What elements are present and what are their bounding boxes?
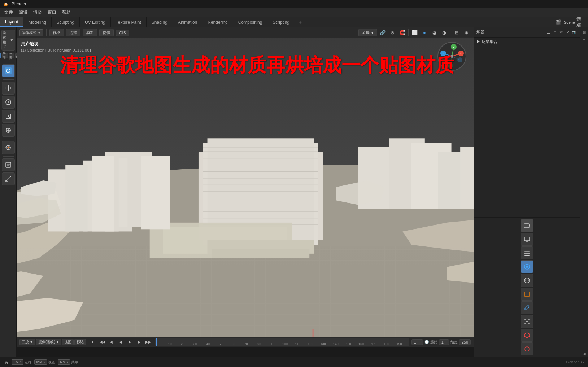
scale-tool-btn[interactable] bbox=[2, 110, 15, 123]
svg-rect-23 bbox=[6, 162, 11, 167]
overlay-icon[interactable]: ⊞ bbox=[452, 29, 461, 37]
constraints-props-btn[interactable] bbox=[521, 342, 533, 355]
select-tool-btn[interactable]: ● bbox=[0, 53, 1, 58]
svg-point-2 bbox=[5, 3, 6, 4]
svg-point-104 bbox=[526, 278, 528, 283]
tab-sculpting[interactable]: Sculpting bbox=[52, 17, 80, 27]
world-props-btn[interactable] bbox=[521, 274, 533, 287]
snap-icon[interactable]: 🧲 bbox=[398, 29, 406, 37]
svg-line-26 bbox=[6, 176, 11, 182]
proportional-icon[interactable]: ⊙ bbox=[388, 29, 397, 37]
modifier-props-btn[interactable] bbox=[521, 301, 533, 314]
svg-text:X: X bbox=[460, 52, 462, 55]
viewport-3d[interactable]: 用户透视 (1) Collection | BuildingMesh-00131… bbox=[17, 27, 474, 347]
step-back-icon[interactable]: ◀ bbox=[107, 338, 116, 346]
render-props-btn[interactable] bbox=[521, 219, 533, 232]
step-forward-icon[interactable]: ▶ bbox=[135, 338, 144, 346]
svg-marker-8 bbox=[8, 90, 9, 91]
all-select-btn[interactable]: 全局 ▼ bbox=[358, 29, 377, 36]
mode-selector[interactable]: 物体模式 ▼ bbox=[1, 30, 15, 51]
view-menu-header-btn[interactable]: 视图 bbox=[49, 29, 64, 36]
annotate-tool-btn[interactable] bbox=[2, 158, 15, 171]
shading-render-icon[interactable]: ◑ bbox=[440, 29, 448, 37]
timeline-ruler[interactable]: 0 10 20 30 40 50 60 70 80 90 100 110 120… bbox=[155, 338, 409, 346]
mode-selector-header[interactable]: 物体模式 ▼ bbox=[19, 29, 43, 36]
tab-compositing[interactable]: Compositing bbox=[233, 17, 268, 27]
cursor-tool-btn[interactable] bbox=[2, 141, 15, 154]
transform-tool-btn[interactable] bbox=[2, 124, 15, 137]
tab-rendering[interactable]: Rendering bbox=[202, 17, 233, 27]
tab-uv-editing[interactable]: UV Editing bbox=[80, 17, 111, 27]
gizmo-icon[interactable]: ⊕ bbox=[462, 29, 471, 37]
scene-props-btn[interactable] bbox=[521, 260, 533, 273]
object-props-btn[interactable] bbox=[521, 288, 533, 301]
select-menu-btn[interactable]: 选择 bbox=[9, 53, 14, 58]
svg-point-103 bbox=[524, 278, 530, 283]
far-icon-1[interactable]: ⊞ bbox=[581, 29, 588, 35]
shading-solid-icon[interactable]: ● bbox=[420, 29, 429, 37]
xray-icon[interactable]: ⬜ bbox=[410, 29, 419, 37]
menu-item-window[interactable]: 窗口 bbox=[45, 9, 59, 16]
output-props-btn[interactable] bbox=[521, 233, 533, 246]
frame-end-btn[interactable]: 250 bbox=[459, 339, 471, 345]
select-menu-header-btn[interactable]: 选择 bbox=[66, 29, 80, 36]
render-cb[interactable]: 📷 bbox=[571, 30, 577, 35]
jump-start-icon[interactable]: |◀◀ bbox=[97, 338, 106, 346]
playback-label-btn[interactable]: 回放 ▼ bbox=[19, 339, 35, 345]
measure-tool-btn[interactable] bbox=[2, 172, 15, 185]
restrict-cols-cb[interactable]: ≡ bbox=[552, 30, 558, 35]
tab-shading[interactable]: Shading bbox=[147, 17, 173, 27]
options-button[interactable]: 选项 bbox=[576, 18, 585, 27]
toolbar-separator-4 bbox=[3, 156, 14, 157]
select-cb[interactable]: ✓ bbox=[565, 30, 571, 35]
menu-item-help[interactable]: 帮助 bbox=[59, 9, 74, 16]
play-dot-icon[interactable]: ● bbox=[88, 338, 97, 346]
menu-item-file[interactable]: 文件 bbox=[1, 9, 16, 16]
timeline-view-label: 视图 bbox=[64, 340, 71, 345]
frame-current-display[interactable]: 1 bbox=[411, 339, 423, 345]
sync-icon[interactable]: 🔗 bbox=[378, 29, 387, 37]
view-layer-props-btn[interactable] bbox=[521, 246, 533, 259]
jump-end-icon[interactable]: ▶▶| bbox=[144, 338, 153, 346]
move-tool-btn[interactable] bbox=[2, 82, 15, 95]
rotate-tool-btn[interactable] bbox=[2, 96, 15, 109]
tab-modeling[interactable]: Modeling bbox=[23, 17, 52, 27]
shading-material-icon[interactable]: ◕ bbox=[430, 29, 439, 37]
frame-start-btn[interactable]: 1 bbox=[439, 339, 449, 345]
separator-3 bbox=[450, 29, 450, 36]
tab-texture-paint[interactable]: Texture Paint bbox=[111, 17, 147, 27]
ruler-mark-170: 170 bbox=[371, 342, 376, 346]
physics-icon bbox=[524, 332, 530, 338]
gis-menu-header-btn[interactable]: GIS bbox=[116, 30, 129, 36]
view-label-btn[interactable]: 视图 bbox=[62, 339, 74, 345]
view-label: 视图 bbox=[3, 51, 8, 60]
svg-rect-94 bbox=[524, 224, 529, 228]
menu-item-edit[interactable]: 编辑 bbox=[16, 9, 30, 16]
svg-rect-100 bbox=[524, 255, 530, 256]
tab-scripting[interactable]: Scripting bbox=[267, 17, 295, 27]
scale-icon bbox=[5, 113, 12, 120]
view-menu-btn[interactable]: 视图 bbox=[2, 53, 8, 58]
add-menu-header-btn[interactable]: 添加 bbox=[83, 29, 97, 36]
particles-props-btn[interactable] bbox=[521, 315, 533, 328]
add-workspace-tab-button[interactable]: + bbox=[295, 17, 305, 27]
play-forward-icon[interactable]: ▶ bbox=[126, 338, 134, 346]
play-back-icon[interactable]: ◀ bbox=[116, 338, 125, 346]
tab-layout[interactable]: Layout bbox=[0, 17, 23, 27]
markers-label-btn[interactable]: 标记 bbox=[74, 339, 86, 345]
far-icon-bottom[interactable]: ◀ bbox=[581, 350, 588, 357]
physics-props-btn[interactable] bbox=[521, 329, 533, 342]
menu-item-render[interactable]: 渲染 bbox=[30, 9, 45, 16]
ruler-mark-10: 10 bbox=[168, 342, 172, 346]
ruler-mark-20: 20 bbox=[181, 342, 184, 346]
filter-all-cb[interactable]: ☰ bbox=[545, 30, 551, 35]
camera-label-btn[interactable]: 摄像(播帧) ▼ bbox=[36, 339, 62, 345]
ruler-mark-50: 50 bbox=[219, 342, 222, 346]
scene-selector-icon[interactable]: 🎬 bbox=[554, 18, 562, 27]
view-cb[interactable]: 👁 bbox=[558, 30, 564, 35]
viewport-header-right: 全局 ▼ 🔗 ⊙ 🧲 ⬜ ● ◕ ◑ ⊞ ⊕ bbox=[358, 29, 471, 37]
far-icon-2[interactable]: ≡ bbox=[581, 36, 588, 43]
collection-row[interactable]: ▶ 场景集合 bbox=[474, 38, 580, 46]
tab-animation[interactable]: Animation bbox=[173, 17, 202, 27]
object-menu-header-btn[interactable]: 物体 bbox=[99, 29, 114, 36]
